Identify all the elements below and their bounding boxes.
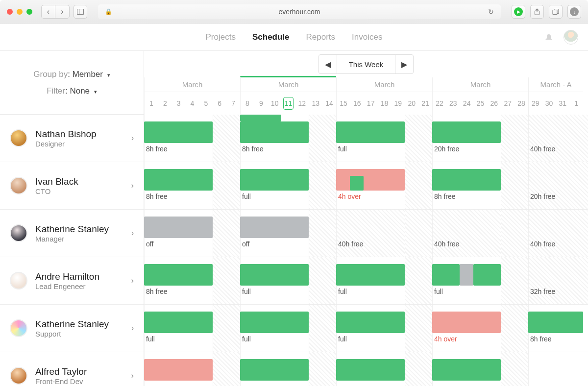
capacity-label: 40h free — [530, 240, 555, 248]
filter-control[interactable]: Filter: None ▾ — [47, 86, 97, 96]
allocation-bar[interactable] — [144, 121, 213, 143]
nav-back-forward[interactable]: ‹ › — [41, 5, 70, 19]
day-cell[interactable]: 1 — [569, 92, 583, 115]
day-cell[interactable]: 1 — [145, 92, 158, 115]
minimize-window[interactable] — [17, 9, 23, 15]
forward-button[interactable]: › — [55, 5, 69, 18]
day-cell[interactable]: 14 — [322, 92, 336, 115]
day-cell[interactable]: 26 — [487, 92, 501, 115]
member-row[interactable]: Ivan Black CTO › — [0, 162, 144, 210]
allocation-bar[interactable] — [336, 312, 405, 333]
allocation-bar[interactable] — [336, 169, 405, 191]
day-cell[interactable]: 17 — [364, 92, 378, 115]
allocation-bar[interactable] — [240, 359, 309, 381]
allocation-bar[interactable] — [240, 169, 309, 191]
allocation-bar[interactable] — [144, 359, 213, 381]
day-cell[interactable]: 29 — [529, 92, 542, 115]
back-button[interactable]: ‹ — [42, 5, 55, 18]
share-icon[interactable] — [530, 5, 544, 19]
allocation-bar[interactable] — [240, 217, 309, 238]
day-cell[interactable]: 31 — [556, 92, 570, 115]
day-cell[interactable]: 8 — [241, 92, 254, 115]
allocation-bar[interactable] — [144, 312, 213, 333]
chevron-right-icon[interactable]: › — [131, 229, 134, 238]
tab-projects[interactable]: Projects — [206, 32, 236, 42]
allocation-bar[interactable] — [460, 264, 473, 286]
allocation-bar[interactable] — [144, 217, 213, 238]
member-row[interactable]: Katherine Stanley Support › — [0, 305, 144, 352]
group-by-control[interactable]: Group by: Member ▾ — [33, 70, 110, 79]
allocation-bar[interactable] — [240, 264, 309, 286]
day-cell[interactable]: 5 — [199, 92, 213, 115]
allocation-bar[interactable] — [350, 176, 364, 191]
chevron-right-icon[interactable]: › — [131, 371, 134, 380]
day-cell[interactable]: 9 — [254, 92, 268, 115]
allocation-bar[interactable] — [336, 121, 405, 143]
filters: Group by: Member ▾ Filter: None ▾ — [0, 51, 144, 115]
play-extension[interactable]: ▶ — [512, 5, 525, 19]
sidebar-toggle-icon[interactable] — [74, 5, 87, 19]
member-row[interactable]: Alfred Taylor Front-End Dev › — [0, 352, 144, 386]
allocation-bar[interactable] — [432, 264, 460, 286]
capacity-label: 8h free — [146, 288, 168, 295]
day-cell[interactable]: 3 — [172, 92, 186, 115]
member-row[interactable]: Katherine Stanley Manager › — [0, 210, 144, 257]
day-cell[interactable]: 16 — [350, 92, 364, 115]
day-cell[interactable]: 24 — [460, 92, 474, 115]
tab-reports[interactable]: Reports — [306, 32, 336, 42]
day-cell[interactable]: 13 — [309, 92, 322, 115]
day-cell[interactable]: 28 — [514, 92, 528, 115]
allocation-bar[interactable] — [528, 312, 583, 333]
member-row[interactable]: Andre Hamilton Lead Engeneer › — [0, 257, 144, 305]
day-cell[interactable]: 23 — [446, 92, 460, 115]
chevron-right-icon[interactable]: › — [131, 134, 134, 143]
week-label[interactable]: This Week — [337, 55, 395, 73]
tab-invoices[interactable]: Invoices — [352, 32, 382, 42]
allocation-bar[interactable] — [432, 359, 501, 381]
maximize-window[interactable] — [26, 9, 32, 15]
allocation-bar[interactable] — [144, 264, 213, 286]
day-cell[interactable]: 15 — [337, 92, 350, 115]
allocation-bar[interactable] — [473, 264, 501, 286]
day-cell[interactable]: 30 — [542, 92, 556, 115]
allocation-bar[interactable] — [336, 264, 405, 286]
day-cell[interactable]: 18 — [378, 92, 392, 115]
allocation-bar[interactable] — [240, 312, 309, 333]
user-avatar[interactable] — [564, 30, 578, 45]
day-cell[interactable]: 6 — [213, 92, 226, 115]
capacity-label: 8h free — [146, 145, 168, 153]
day-cell[interactable]: 7 — [226, 92, 240, 115]
day-cell[interactable]: 11 — [282, 92, 295, 115]
address-bar[interactable]: 🔒 everhour.com ↻ — [98, 4, 501, 19]
day-cell[interactable]: 12 — [295, 92, 309, 115]
allocation-bar[interactable] — [240, 121, 309, 143]
tab-schedule[interactable]: Schedule — [252, 32, 290, 42]
allocation-bar[interactable] — [432, 121, 501, 143]
chevron-right-icon[interactable]: › — [131, 324, 134, 333]
tabs-icon[interactable] — [549, 5, 563, 19]
day-cell[interactable]: 2 — [158, 92, 172, 115]
allocation-bar[interactable] — [432, 312, 501, 333]
allocation-bar[interactable] — [336, 359, 405, 381]
day-cell[interactable]: 20 — [405, 92, 418, 115]
chevron-right-icon[interactable]: › — [131, 276, 134, 285]
capacity-label: full — [338, 335, 347, 343]
day-cell[interactable]: 25 — [474, 92, 488, 115]
close-window[interactable] — [7, 9, 13, 15]
downloads-icon[interactable]: ↓ — [567, 5, 581, 19]
member-row[interactable]: Nathan Bishop Designer › — [0, 115, 144, 162]
reload-icon[interactable]: ↻ — [488, 8, 494, 16]
day-cell[interactable]: 10 — [268, 92, 282, 115]
day-cell[interactable]: 22 — [433, 92, 446, 115]
day-cell[interactable]: 21 — [418, 92, 432, 115]
allocation-bar[interactable] — [432, 169, 501, 191]
day-cell[interactable]: 27 — [501, 92, 514, 115]
allocation-bar[interactable] — [240, 115, 281, 121]
day-cell[interactable]: 19 — [391, 92, 405, 115]
allocation-bar[interactable] — [144, 169, 213, 191]
notifications-icon[interactable] — [544, 32, 554, 42]
chevron-right-icon[interactable]: › — [131, 181, 134, 190]
next-week-button[interactable]: ▶ — [395, 55, 413, 73]
prev-week-button[interactable]: ◀ — [319, 55, 337, 73]
day-cell[interactable]: 4 — [186, 92, 199, 115]
